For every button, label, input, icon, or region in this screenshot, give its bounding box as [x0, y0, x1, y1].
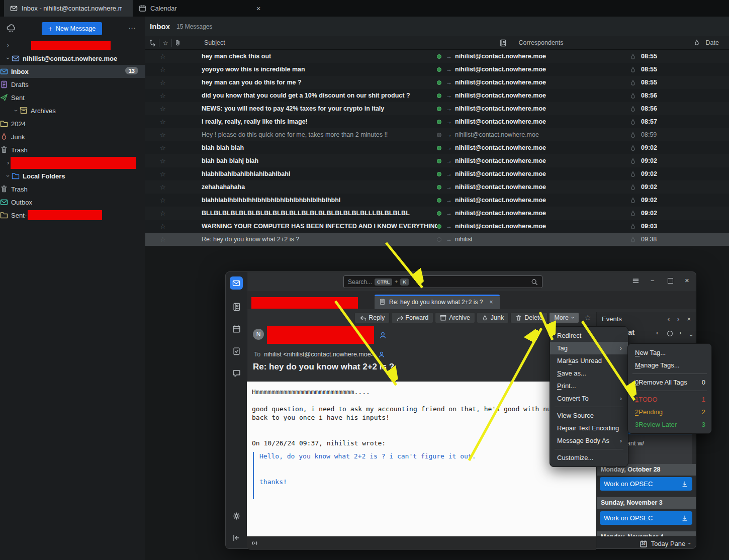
message-row[interactable]: ☆ hlabhlbahlbahlbhlahlbahlbahl → nihilis… — [145, 167, 729, 180]
star-icon[interactable]: ☆ — [160, 223, 167, 230]
sidebar-item-sent[interactable]: Sent — [0, 91, 145, 104]
forward-button[interactable]: Forward — [391, 312, 433, 323]
unread-indicator[interactable] — [437, 224, 441, 229]
sidebar-item-outbox[interactable]: Outbox — [0, 196, 145, 209]
events-close-icon[interactable]: × — [687, 315, 691, 323]
event-item[interactable]: Work on OPSEC — [600, 511, 692, 525]
sidebar-item-inbox[interactable]: Inbox 13 — [0, 65, 145, 78]
junk-column-icon[interactable] — [693, 39, 700, 46]
star-icon[interactable]: ☆ — [160, 79, 167, 86]
junk-toggle-icon[interactable] — [629, 236, 636, 243]
sidebar-item-junk[interactable]: Junk — [0, 130, 145, 143]
collapse-spaces-icon[interactable] — [230, 531, 243, 544]
message-row[interactable]: ☆ yoyoyo wow this is incredible man → ni… — [145, 63, 729, 76]
tab-inbox[interactable]: Inbox - nihilist@contact.nowhere.mo — [4, 0, 133, 17]
settings-gear-icon[interactable] — [230, 509, 243, 522]
unread-indicator[interactable] — [437, 80, 441, 85]
app-menu-icon[interactable] — [632, 277, 640, 285]
spaces-icon[interactable] — [6, 24, 16, 33]
space-mail-icon[interactable] — [230, 276, 243, 290]
column-date[interactable]: Date — [706, 39, 719, 46]
menu-item[interactable]: 1 TODO 1 › — [628, 393, 711, 406]
star-icon[interactable]: ☆ — [160, 157, 167, 165]
event-item[interactable]: Work on OPSEC — [600, 477, 692, 491]
unread-indicator[interactable] — [437, 198, 441, 203]
next-day-icon[interactable]: › — [679, 329, 681, 336]
folder-pane-options-icon[interactable]: … — [128, 22, 136, 30]
unread-indicator[interactable] — [437, 133, 441, 137]
unread-indicator[interactable] — [437, 172, 441, 176]
message-tab[interactable]: Re: hey do you know what 2+2 is ? × — [375, 295, 500, 309]
space-calendar-icon[interactable] — [230, 322, 243, 335]
menu-item[interactable]: Convert To › — [550, 392, 628, 405]
column-correspondents[interactable]: Correspondents — [519, 39, 685, 46]
star-icon[interactable]: ☆ — [160, 183, 167, 191]
unread-indicator[interactable] — [437, 185, 441, 190]
chevron-down-icon[interactable]: › — [5, 55, 12, 62]
message-row[interactable]: ☆ NEWS: you will need to pay 42% taxes f… — [145, 102, 729, 115]
thread-column-icon[interactable] — [149, 39, 157, 47]
menu-item[interactable]: Print... › — [550, 380, 628, 392]
star-message-icon[interactable]: ☆ — [585, 313, 591, 322]
junk-toggle-icon[interactable] — [629, 79, 636, 86]
chevron-right-icon[interactable]: › — [5, 42, 12, 49]
unread-indicator[interactable] — [437, 94, 441, 98]
message-row[interactable]: ☆ did you know that you could get a 10% … — [145, 89, 729, 102]
unread-indicator[interactable] — [437, 146, 441, 150]
contact-person-icon[interactable] — [379, 331, 387, 339]
search-input[interactable]: Search... CTRL + K — [343, 275, 542, 288]
space-addressbook-icon[interactable] — [230, 300, 243, 313]
menu-item[interactable]: 3 Review Later 3 › — [628, 418, 711, 431]
maximize-icon[interactable] — [668, 278, 673, 284]
message-row[interactable]: ☆ zehahahahaha → nihilist@contact.nowher… — [145, 180, 729, 194]
star-icon[interactable]: ☆ — [160, 131, 167, 139]
star-icon[interactable]: ☆ — [160, 236, 167, 243]
junk-toggle-icon[interactable] — [629, 157, 636, 164]
sidebar-account-nihilist[interactable]: › nihilist@contact.nowhere.moe — [0, 52, 145, 65]
message-row[interactable]: ☆ i really, really, really like this ima… — [145, 115, 729, 128]
star-icon[interactable]: ☆ — [160, 144, 167, 152]
star-icon[interactable]: ☆ — [160, 118, 167, 126]
junk-toggle-icon[interactable] — [629, 131, 636, 138]
menu-item[interactable]: Message Body As › — [550, 434, 628, 447]
junk-toggle-icon[interactable] — [629, 144, 636, 151]
today-icon[interactable] — [667, 331, 673, 336]
sidebar-item-archives[interactable]: › Archives — [0, 104, 145, 117]
star-icon[interactable]: ☆ — [160, 105, 167, 113]
unread-indicator[interactable] — [437, 107, 441, 111]
events-prev-icon[interactable]: ‹ — [668, 315, 670, 323]
junk-toggle-icon[interactable] — [629, 53, 636, 60]
activity-radio-icon[interactable] — [251, 539, 258, 547]
correspondents-column-icon[interactable] — [499, 39, 507, 47]
menu-item[interactable]: Redirect › — [550, 329, 628, 342]
junk-toggle-icon[interactable] — [629, 105, 636, 112]
sidebar-item-local-trash[interactable]: Trash — [0, 182, 145, 196]
sidebar-local-folders[interactable]: › Local Folders — [0, 169, 145, 182]
sidebar-item-sent-redacted[interactable]: Sent- — [0, 209, 145, 222]
space-chat-icon[interactable] — [230, 366, 243, 380]
column-subject[interactable]: Subject — [204, 39, 225, 46]
junk-toggle-icon[interactable] — [629, 92, 636, 99]
junk-toggle-icon[interactable] — [629, 223, 636, 230]
message-row[interactable]: ☆ hey man check this out → nihilist@cont… — [145, 50, 729, 63]
menu-item[interactable]: Customize... › — [550, 451, 628, 464]
star-icon[interactable]: ☆ — [160, 92, 167, 100]
message-row[interactable]: ☆ hey man can you do this for me ? → nih… — [145, 76, 729, 89]
menu-item[interactable]: Manage Tags... › — [628, 359, 711, 371]
star-column-icon[interactable]: ☆ — [161, 39, 169, 47]
message-row[interactable]: ☆ blah bah blahj blah → nihilist@contact… — [145, 154, 729, 167]
more-button[interactable]: More› — [549, 312, 579, 323]
sidebar-item-2024[interactable]: 2024 — [0, 117, 145, 130]
junk-toggle-icon[interactable] — [629, 183, 636, 191]
sidebar-account-redacted-2[interactable]: › — [0, 156, 145, 169]
message-row[interactable]: ☆ Re: hey do you know what 2+2 is ? → ni… — [145, 233, 729, 246]
chevron-down-icon[interactable]: › — [688, 334, 695, 336]
star-icon[interactable]: ☆ — [160, 170, 167, 178]
junk-toggle-icon[interactable] — [629, 170, 636, 177]
junk-toggle-icon[interactable] — [629, 118, 636, 125]
star-icon[interactable]: ☆ — [160, 210, 167, 217]
delete-button[interactable]: Delete — [510, 312, 548, 323]
reply-button[interactable]: Reply — [354, 312, 390, 323]
minimize-icon[interactable]: − — [651, 277, 655, 285]
message-row[interactable]: ☆ BLLBLBLBLBLBLBLBLBLBLBLLBLBLBLBLBLBLBL… — [145, 207, 729, 220]
